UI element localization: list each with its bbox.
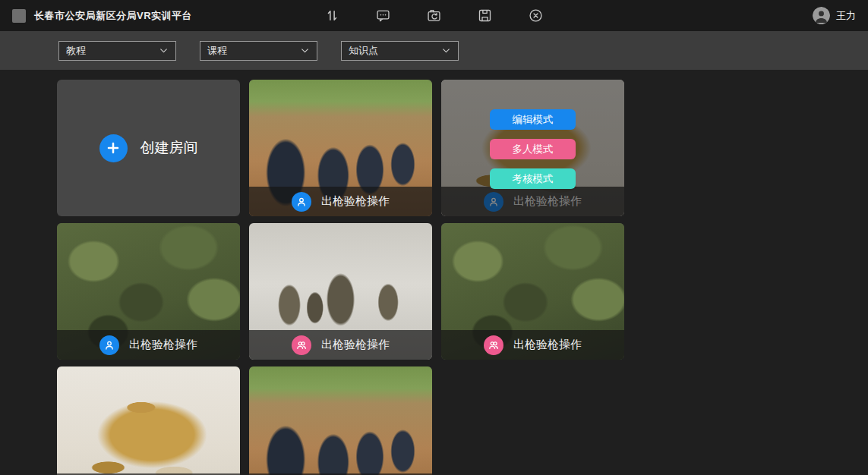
multiplayer-mode-button[interactable]: 多人模式 [490,139,576,159]
room-card[interactable]: 出枪验枪操作 [57,366,240,475]
course-select[interactable]: 课程 [200,41,317,61]
close-circle-icon[interactable] [527,7,545,25]
create-room-button[interactable]: 创建房间 [57,80,240,216]
tutorial-select[interactable]: 教程 [58,41,176,61]
room-card-photo [57,366,240,475]
room-card[interactable]: 出枪验枪操作 [57,223,240,360]
room-card-caption: 出枪验枪操作 [249,330,432,360]
chevron-down-icon [441,46,451,55]
filter-bar: 教程 课程 知识点 [0,31,868,70]
edit-mode-button[interactable]: 编辑模式 [490,109,576,130]
room-card-title: 出枪验枪操作 [513,338,582,352]
room-card-photo [249,366,432,475]
app-title: 长春市公安局新区分局VR实训平台 [34,9,192,23]
mode-overlay: 编辑模式 多人模式 考核模式 [441,80,624,216]
room-card-title: 出枪验枪操作 [321,194,390,209]
room-card-title: 出枪验枪操作 [321,338,390,352]
tutorial-select-value: 教程 [66,44,86,58]
single-user-icon [292,192,311,212]
toolbar [324,0,545,31]
sort-icon[interactable] [324,7,342,25]
room-card[interactable]: 出枪验枪操作 [441,223,624,360]
top-bar: 长春市公安局新区分局VR实训平台 王力 [0,0,868,31]
main-content: 创建房间 出枪验枪操作 出枪验枪操作 编辑模式 多人模式 考核模式 [0,70,868,475]
user-avatar-icon [813,7,830,24]
group-users-icon [292,335,311,355]
plus-icon [99,134,128,162]
room-card[interactable]: 出枪验枪操作 [249,223,432,360]
single-user-icon [99,335,119,355]
room-card-caption: 出枪验枪操作 [441,330,624,360]
camera-refresh-icon[interactable] [425,7,443,25]
knowledge-point-select-value: 知识点 [349,44,378,58]
room-card-caption: 出枪验枪操作 [249,187,432,216]
app-logo [12,9,26,23]
room-card[interactable]: 出枪验枪操作 [249,80,432,216]
create-room-label: 创建房间 [140,138,198,158]
knowledge-point-select[interactable]: 知识点 [341,41,459,61]
room-card-caption: 出枪验枪操作 [57,330,240,360]
room-card-hovered[interactable]: 出枪验枪操作 编辑模式 多人模式 考核模式 [441,80,624,216]
course-select-value: 课程 [207,44,227,58]
user-menu[interactable]: 王力 [813,7,856,24]
user-name: 王力 [836,9,856,23]
room-card[interactable]: 出枪验枪操作 [249,366,432,475]
chevron-down-icon [300,46,310,55]
room-card-title: 出枪验枪操作 [129,338,197,352]
group-users-icon [484,335,503,355]
room-grid: 创建房间 出枪验枪操作 出枪验枪操作 编辑模式 多人模式 考核模式 [0,70,782,475]
save-icon[interactable] [476,7,494,25]
message-icon[interactable] [374,7,393,25]
assessment-mode-button[interactable]: 考核模式 [490,168,576,189]
chevron-down-icon [159,46,169,55]
